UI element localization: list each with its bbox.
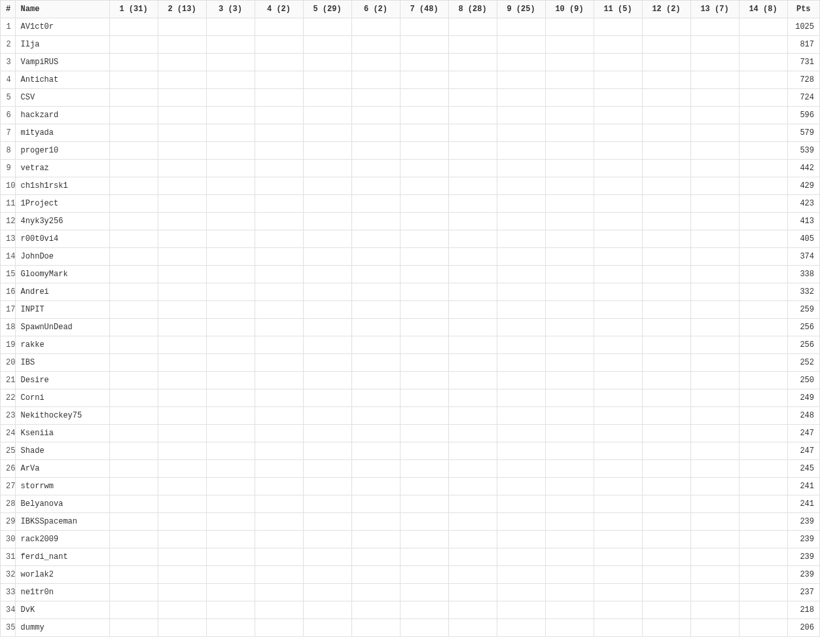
- cell-task: [448, 495, 497, 513]
- cell-task: [109, 89, 158, 107]
- cell-name[interactable]: VampiRUS: [15, 54, 109, 71]
- cell-task: [448, 601, 497, 619]
- cell-name[interactable]: storrwm: [15, 478, 109, 495]
- cell-task: [545, 230, 594, 248]
- cell-task: [497, 336, 545, 354]
- cell-name[interactable]: Corni: [15, 389, 109, 407]
- cell-name[interactable]: worlak2: [15, 566, 109, 584]
- cell-name[interactable]: SpawnUnDead: [15, 319, 109, 336]
- cell-name[interactable]: vetraz: [15, 160, 109, 177]
- cell-task: [642, 71, 690, 89]
- cell-task: [642, 177, 690, 195]
- cell-task: [642, 213, 690, 230]
- cell-task: [303, 336, 351, 354]
- cell-name[interactable]: r00t0vi4: [15, 230, 109, 248]
- cell-name[interactable]: ferdi_nant: [15, 548, 109, 566]
- header-task-7[interactable]: 7 (48): [400, 1, 448, 18]
- cell-name[interactable]: rack2009: [15, 531, 109, 548]
- cell-task: [206, 478, 255, 495]
- cell-task: [206, 354, 255, 372]
- cell-name[interactable]: INPIT: [15, 301, 109, 319]
- cell-task: [642, 124, 690, 142]
- header-task-5[interactable]: 5 (29): [303, 1, 351, 18]
- header-task-9[interactable]: 9 (25): [497, 1, 545, 18]
- cell-name[interactable]: ne1tr0n: [15, 584, 109, 601]
- cell-task: [303, 372, 351, 389]
- cell-task: [206, 566, 255, 584]
- cell-task: [400, 266, 448, 283]
- header-name[interactable]: Name: [15, 1, 109, 18]
- cell-task: [448, 460, 497, 478]
- cell-name[interactable]: mityada: [15, 124, 109, 142]
- cell-name[interactable]: IBKSSpaceman: [15, 513, 109, 531]
- cell-task: [303, 71, 351, 89]
- cell-task: [109, 566, 158, 584]
- header-task-13[interactable]: 13 (7): [690, 1, 739, 18]
- header-task-6[interactable]: 6 (2): [351, 1, 400, 18]
- cell-task: [206, 513, 255, 531]
- table-row: 35dummy206: [1, 619, 820, 637]
- header-task-10[interactable]: 10 (9): [545, 1, 594, 18]
- cell-name[interactable]: Ilja: [15, 36, 109, 54]
- cell-name[interactable]: 1Project: [15, 195, 109, 213]
- cell-name[interactable]: JohnDoe: [15, 248, 109, 266]
- cell-task: [642, 478, 690, 495]
- cell-name[interactable]: rakke: [15, 336, 109, 354]
- cell-name[interactable]: Shade: [15, 442, 109, 460]
- cell-task: [206, 213, 255, 230]
- header-task-1[interactable]: 1 (31): [109, 1, 158, 18]
- cell-name[interactable]: IBS: [15, 354, 109, 372]
- cell-task: [351, 18, 400, 36]
- header-task-4[interactable]: 4 (2): [255, 1, 303, 18]
- cell-pts: 728: [787, 71, 819, 89]
- cell-name[interactable]: Andrei: [15, 283, 109, 301]
- header-task-2[interactable]: 2 (13): [158, 1, 206, 18]
- header-pts[interactable]: Pts: [787, 1, 819, 18]
- cell-name[interactable]: dummy: [15, 619, 109, 637]
- header-task-8[interactable]: 8 (28): [448, 1, 497, 18]
- cell-task: [255, 195, 303, 213]
- cell-task: [594, 319, 642, 336]
- cell-name[interactable]: CSV: [15, 89, 109, 107]
- cell-task: [158, 407, 206, 425]
- cell-task: [594, 107, 642, 124]
- cell-name[interactable]: Belyanova: [15, 495, 109, 513]
- cell-task: [400, 584, 448, 601]
- cell-name[interactable]: Kseniia: [15, 425, 109, 442]
- cell-task: [351, 478, 400, 495]
- cell-name[interactable]: Antichat: [15, 71, 109, 89]
- cell-task: [594, 301, 642, 319]
- cell-name[interactable]: 4nyk3y256: [15, 213, 109, 230]
- table-row: 15GloomyMark338: [1, 266, 820, 283]
- cell-task: [594, 495, 642, 513]
- cell-task: [109, 389, 158, 407]
- cell-name[interactable]: ch1sh1rsk1: [15, 177, 109, 195]
- cell-name[interactable]: Nekithockey75: [15, 407, 109, 425]
- cell-task: [158, 18, 206, 36]
- cell-name[interactable]: DvK: [15, 601, 109, 619]
- cell-task: [400, 460, 448, 478]
- cell-task: [255, 407, 303, 425]
- cell-task: [206, 442, 255, 460]
- cell-task: [206, 142, 255, 160]
- header-task-12[interactable]: 12 (2): [642, 1, 690, 18]
- cell-task: [206, 389, 255, 407]
- cell-task: [642, 142, 690, 160]
- header-task-14[interactable]: 14 (8): [739, 1, 787, 18]
- cell-name[interactable]: hackzard: [15, 107, 109, 124]
- cell-name[interactable]: proger10: [15, 142, 109, 160]
- cell-name[interactable]: ArVa: [15, 460, 109, 478]
- cell-name[interactable]: GloomyMark: [15, 266, 109, 283]
- cell-rank: 5: [1, 89, 16, 107]
- cell-task: [255, 107, 303, 124]
- cell-task: [303, 354, 351, 372]
- cell-task: [400, 54, 448, 71]
- cell-rank: 32: [1, 566, 16, 584]
- cell-name[interactable]: Desire: [15, 372, 109, 389]
- cell-name[interactable]: AV1ct0r: [15, 18, 109, 36]
- header-rank[interactable]: #: [1, 1, 16, 18]
- cell-task: [255, 160, 303, 177]
- cell-task: [351, 266, 400, 283]
- header-task-3[interactable]: 3 (3): [206, 1, 255, 18]
- header-task-11[interactable]: 11 (5): [594, 1, 642, 18]
